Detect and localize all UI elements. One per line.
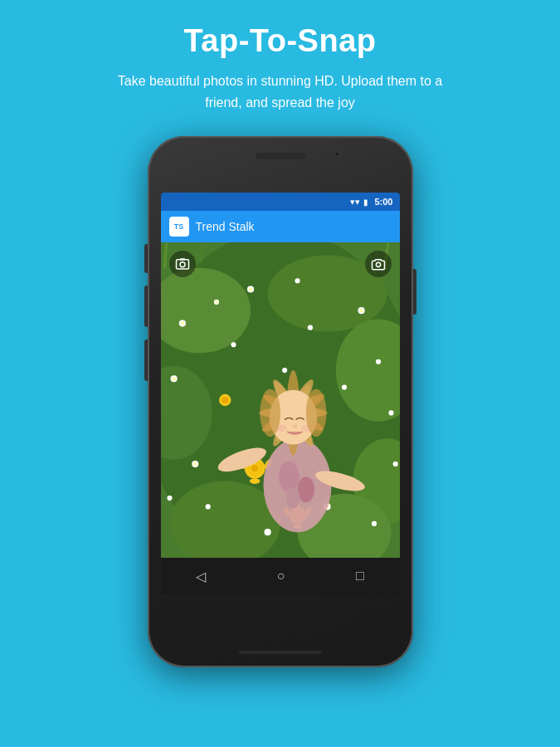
phone-speaker	[256, 153, 305, 159]
battery-icon: ▮	[363, 198, 368, 207]
svg-point-32	[167, 496, 172, 500]
svg-point-46	[251, 465, 258, 471]
svg-point-63	[286, 488, 299, 509]
svg-point-81	[260, 389, 280, 437]
svg-rect-90	[180, 258, 185, 260]
app-icon: TS	[169, 217, 189, 237]
status-time: 5:00	[374, 197, 392, 207]
svg-point-21	[388, 411, 393, 416]
camera-scene	[161, 242, 400, 558]
svg-point-62	[297, 477, 314, 503]
svg-point-27	[371, 521, 376, 526]
svg-point-89	[180, 262, 185, 267]
front-camera-button[interactable]	[169, 251, 196, 277]
svg-point-15	[295, 278, 299, 283]
svg-point-61	[278, 461, 299, 492]
svg-point-59	[222, 397, 228, 403]
phone-power-button	[413, 269, 416, 315]
svg-point-14	[249, 288, 252, 291]
svg-point-18	[376, 359, 381, 364]
svg-point-23	[193, 462, 197, 466]
svg-point-60	[263, 438, 331, 532]
phone-volume-down-button	[144, 339, 148, 381]
svg-point-28	[264, 529, 270, 535]
camera-view	[161, 242, 400, 558]
page-title: Tap-To-Snap	[183, 23, 376, 59]
svg-point-29	[307, 325, 312, 330]
svg-point-10	[180, 322, 183, 325]
app-name: Trend Stalk	[196, 220, 255, 233]
back-camera-button[interactable]	[365, 251, 392, 277]
recent-nav-icon[interactable]: □	[356, 569, 364, 583]
svg-point-17	[359, 309, 363, 312]
phone-screen: ▾▾ ▮ 5:00 TS Trend Stalk	[161, 193, 400, 594]
svg-point-43	[250, 479, 260, 484]
app-toolbar: TS Trend Stalk	[161, 211, 400, 242]
svg-point-30	[231, 342, 236, 347]
svg-point-34	[282, 368, 287, 373]
phone-volume-silent-button	[144, 244, 148, 273]
phone-mockup: ▾▾ ▮ 5:00 TS Trend Stalk	[148, 136, 413, 667]
navigation-bar: ◁ ○ □	[161, 558, 400, 594]
svg-point-24	[205, 504, 210, 509]
back-nav-icon[interactable]: ◁	[196, 569, 206, 584]
svg-point-91	[376, 262, 380, 266]
svg-point-82	[305, 389, 326, 437]
svg-point-33	[392, 461, 397, 466]
status-bar: ▾▾ ▮ 5:00	[161, 193, 400, 211]
page-subtitle: Take beautiful photos in stunning HD. Up…	[81, 71, 480, 113]
phone-front-camera	[334, 151, 340, 157]
phone-bottom-detail	[239, 651, 322, 654]
home-nav-icon[interactable]: ○	[277, 569, 285, 583]
svg-point-20	[172, 377, 175, 380]
wifi-icon: ▾▾	[350, 197, 360, 208]
svg-point-78	[292, 425, 297, 428]
svg-point-12	[215, 301, 217, 304]
phone-volume-up-button	[144, 286, 148, 327]
status-icons: ▾▾ ▮ 5:00	[350, 197, 392, 208]
svg-point-31	[341, 385, 346, 390]
